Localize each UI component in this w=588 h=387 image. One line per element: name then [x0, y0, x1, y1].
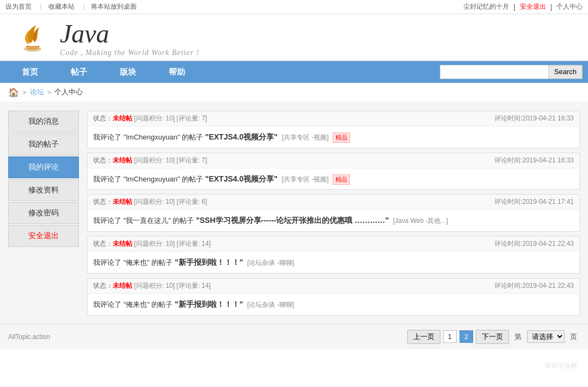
post-status-area: 状态：未结帖 [问题积分: 10] [评论量: 7] — [93, 156, 207, 165]
post-section: [论坛杂谈 -聊聊] — [247, 259, 294, 267]
post-card: 状态：未结帖 [问题积分: 10] [评论量: 14] 评论时间:2019-04… — [87, 278, 580, 316]
pagination-bar: AllTopic.action 上一页 1 2 下一页 第 请选择 1 2 页 — [0, 324, 588, 349]
set-homepage-link[interactable]: 设为首页 — [5, 3, 32, 10]
post-card-header: 状态：未结帖 [问题积分: 10] [评论量: 7] 评论时间:2019-04-… — [88, 153, 579, 168]
post-title[interactable]: "EXTJS4.0视频分享" — [205, 174, 278, 183]
post-title[interactable]: "SSH学习视屏分享------论坛开张推出的优惠哦 …………" — [196, 216, 389, 225]
sidebar-item-messages[interactable]: 我的消息 — [8, 111, 79, 132]
bookmark-link[interactable]: 收藏本站 — [48, 3, 75, 10]
username-label: 尘封记忆的十月 — [463, 2, 509, 11]
site-header: Java Code , Making the World Work Better… — [0, 14, 588, 61]
personal-center-link[interactable]: 个人中心 — [556, 2, 583, 11]
post-tag-jing: 精品 — [333, 174, 350, 185]
post-section: [共享专区 -视频] — [281, 176, 328, 183]
nav-items: 首页 帖子 版块 帮助 — [5, 61, 440, 83]
nav-help[interactable]: 帮助 — [152, 61, 201, 83]
nav-posts[interactable]: 帖子 — [54, 61, 103, 83]
post-card-body: 我评论了 "俺来也" 的帖子 "新手报到啦！！！" [论坛杂谈 -聊聊] — [88, 252, 579, 273]
home-icon[interactable]: 🏠 — [8, 87, 19, 98]
post-time: 评论时间:2019-04-21 16:33 — [494, 156, 574, 165]
post-title[interactable]: "EXTJS4.0视频分享" — [205, 132, 278, 141]
page-1-button[interactable]: 1 — [443, 330, 457, 343]
post-tag-jing: 精品 — [333, 132, 350, 143]
sidebar-item-changepassword[interactable]: 修改密码 — [8, 202, 79, 224]
page-end-label: 页 — [570, 332, 577, 342]
header-text-area: Java Code , Making the World Work Better… — [60, 20, 199, 57]
post-card-header: 状态：未结帖 [问题积分: 10] [评论量: 6] 评论时间:2019-04-… — [88, 195, 579, 210]
java-logo-icon — [16, 22, 49, 55]
action-label: AllTopic.action — [8, 333, 50, 341]
post-card: 状态：未结帖 [问题积分: 10] [评论量: 7] 评论时间:2019-04-… — [87, 153, 580, 190]
post-card-body: 我评论了 "我一直在这儿" 的帖子 "SSH学习视屏分享------论坛开张推出… — [88, 210, 579, 231]
sidebar-item-mycomments[interactable]: 我的评论 — [8, 156, 79, 178]
page-2-button[interactable]: 2 — [460, 330, 473, 343]
post-card-body: 我评论了 "ImChengxuyuan" 的帖子 "EXTJS4.0视频分享" … — [88, 126, 579, 148]
posts-area: 状态：未结帖 [问题积分: 10] [评论量: 7] 评论时间:2019-04-… — [87, 111, 580, 316]
post-status-area: 状态：未结帖 [问题积分: 10] [评论量: 6] — [93, 197, 207, 207]
post-card-header: 状态：未结帖 [问题积分: 10] [评论量: 7] 评论时间:2019-04-… — [88, 111, 579, 126]
desktop-link[interactable]: 将本站放到桌面 — [91, 3, 137, 10]
post-section: [论坛杂谈 -聊聊] — [247, 301, 294, 309]
post-author: "ImChengxuyuan" — [124, 133, 180, 141]
post-time: 评论时间:2019-04-21 22:43 — [494, 239, 574, 249]
post-card: 状态：未结帖 [问题积分: 10] [评论量: 6] 评论时间:2019-04-… — [87, 194, 580, 232]
page-select[interactable]: 请选择 1 2 — [527, 330, 565, 343]
sidebar-item-editprofile[interactable]: 修改资料 — [8, 179, 79, 201]
sidebar-item-logout[interactable]: 安全退出 — [8, 225, 79, 247]
next-page-button[interactable]: 下一页 — [476, 330, 509, 344]
site-subtitle: Code , Making the World Work Better ! — [60, 49, 199, 57]
post-card: 状态：未结帖 [问题积分: 10] [评论量: 14] 评论时间:2019-04… — [87, 236, 580, 274]
logo-area — [16, 22, 49, 55]
navbar: 首页 帖子 版块 帮助 Search — [0, 61, 588, 83]
page-label: 第 — [514, 332, 522, 342]
sidebar: 我的消息 我的帖子 我的评论 修改资料 修改密码 安全退出 — [8, 111, 79, 316]
search-input[interactable] — [440, 65, 549, 79]
post-title[interactable]: "新手报到啦！！！" — [175, 258, 243, 267]
post-author: "俺来也" — [124, 258, 150, 267]
post-card-body: 我评论了 "ImChengxuyuan" 的帖子 "EXTJS4.0视频分享" … — [88, 168, 579, 190]
top-bar-right: 尘封记忆的十月 [ 安全退出 ] 个人中心 — [463, 2, 583, 11]
post-card-header: 状态：未结帖 [问题积分: 10] [评论量: 14] 评论时间:2019-04… — [88, 279, 579, 294]
post-card-header: 状态：未结帖 [问题积分: 10] [评论量: 14] 评论时间:2019-04… — [88, 237, 579, 252]
post-time: 评论时间:2019-04-21 17:41 — [494, 197, 574, 207]
post-author: "俺来也" — [124, 300, 150, 309]
post-card-body: 我评论了 "俺来也" 的帖子 "新手报到啦！！！" [论坛杂谈 -聊聊] — [88, 294, 579, 315]
post-author: "ImChengxuyuan" — [124, 175, 180, 183]
main-content: 我的消息 我的帖子 我的评论 修改资料 修改密码 安全退出 状态：未结帖 [问题… — [0, 102, 588, 324]
post-section: [共享专区 -视频] — [281, 134, 328, 141]
site-title: Java — [60, 20, 199, 49]
post-status-area: 状态：未结帖 [问题积分: 10] [评论量: 7] — [93, 114, 207, 123]
search-area: Search — [440, 65, 583, 79]
search-button[interactable]: Search — [549, 65, 583, 79]
breadcrumb-forum[interactable]: 论坛 — [30, 87, 44, 97]
post-card: 状态：未结帖 [问题积分: 10] [评论量: 7] 评论时间:2019-04-… — [87, 111, 580, 148]
post-status-area: 状态：未结帖 [问题积分: 10] [评论量: 14] — [93, 239, 211, 249]
post-time: 评论时间:2019-04-21 22:43 — [494, 281, 574, 291]
post-section: [Java Web -其他...] — [393, 217, 448, 225]
breadcrumb: 🏠 > 论坛 > 个人中心 — [0, 83, 588, 102]
top-bar-links: 设为首页 ｜ 收藏本站 ｜ 将本站放到桌面 — [5, 2, 139, 11]
post-status-area: 状态：未结帖 [问题积分: 10] [评论量: 14] — [93, 281, 211, 291]
nav-sections[interactable]: 版块 — [103, 61, 152, 83]
post-title[interactable]: "新手报到啦！！！" — [175, 300, 243, 309]
prev-page-button[interactable]: 上一页 — [407, 330, 440, 344]
top-bar: 设为首页 ｜ 收藏本站 ｜ 将本站放到桌面 尘封记忆的十月 [ 安全退出 ] 个… — [0, 0, 588, 14]
breadcrumb-personal-center: 个人中心 — [54, 87, 83, 97]
post-time: 评论时间:2019-04-21 16:33 — [494, 114, 574, 123]
nav-home[interactable]: 首页 — [5, 61, 54, 83]
post-author: "我一直在这儿" — [124, 216, 171, 225]
sidebar-item-myposts[interactable]: 我的帖子 — [8, 134, 79, 155]
logout-link[interactable]: 安全退出 — [520, 2, 546, 11]
